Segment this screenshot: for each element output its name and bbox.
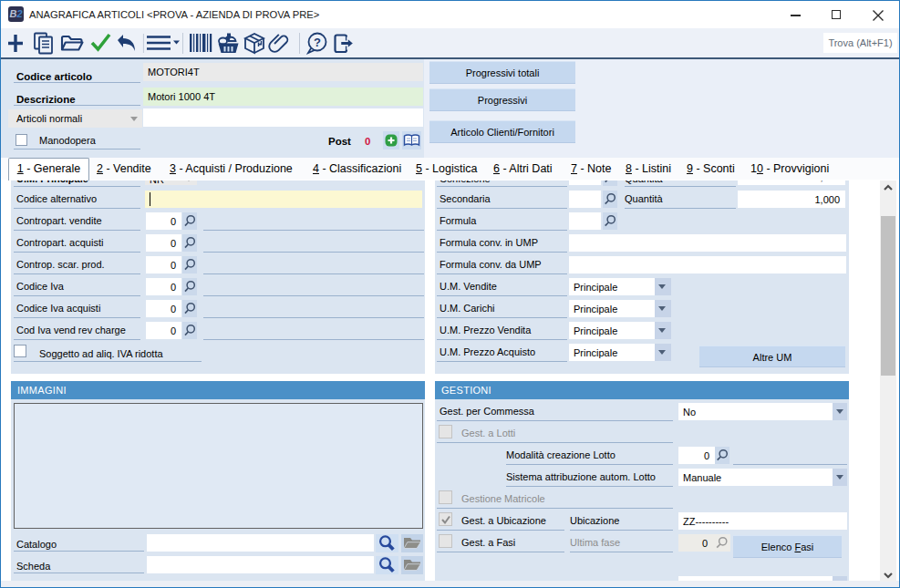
svg-text:?: ? [314, 36, 321, 49]
